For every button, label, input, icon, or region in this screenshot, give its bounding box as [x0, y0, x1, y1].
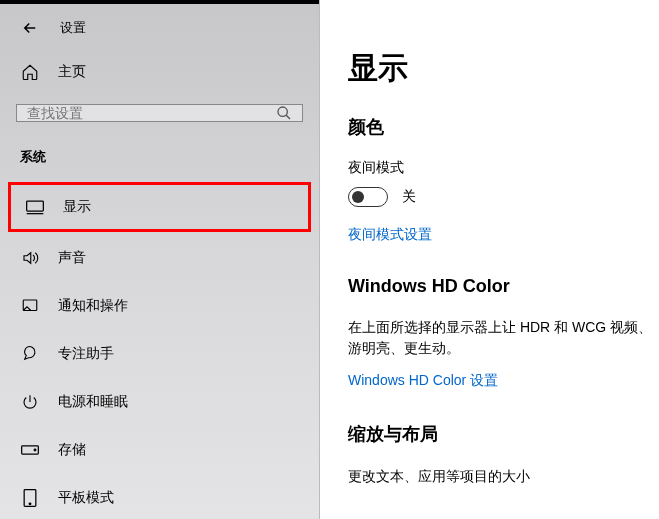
window-top-strip [0, 0, 319, 4]
sidebar-item-storage[interactable]: 存储 [0, 426, 319, 474]
sidebar-item-focus[interactable]: 专注助手 [0, 330, 319, 378]
svg-point-4 [34, 449, 36, 451]
nav-label-sound: 声音 [58, 249, 86, 267]
svg-point-0 [278, 107, 287, 116]
night-light-toggle[interactable] [348, 187, 388, 207]
settings-title: 设置 [60, 19, 86, 37]
arrow-left-icon [21, 19, 39, 37]
home-label: 主页 [58, 63, 86, 81]
hd-color-desc: 在上面所选择的显示器上让 HDR 和 WCG 视频、游明亮、更生动。 [348, 317, 659, 359]
sound-icon [20, 248, 40, 268]
notifications-icon [20, 296, 40, 316]
nav-label-display: 显示 [63, 198, 91, 216]
sidebar-item-display[interactable]: 显示 [8, 182, 311, 232]
search-box[interactable] [16, 104, 303, 122]
sidebar-item-notifications[interactable]: 通知和操作 [0, 282, 319, 330]
tablet-icon [20, 488, 40, 508]
scale-title: 缩放与布局 [348, 422, 659, 446]
focus-icon [20, 344, 40, 364]
page-title: 显示 [348, 48, 659, 89]
sidebar-item-sound[interactable]: 声音 [0, 234, 319, 282]
sidebar-item-tablet[interactable]: 平板模式 [0, 474, 319, 519]
home-nav[interactable]: 主页 [0, 52, 319, 92]
night-light-state: 关 [402, 188, 416, 206]
color-section-title: 颜色 [348, 115, 659, 139]
search-icon [276, 105, 292, 121]
nav-label-notifications: 通知和操作 [58, 297, 128, 315]
power-icon [20, 392, 40, 412]
search-input[interactable] [27, 105, 276, 121]
hd-color-title: Windows HD Color [348, 276, 659, 297]
svg-rect-1 [27, 201, 44, 211]
home-icon [20, 62, 40, 82]
sidebar-item-power[interactable]: 电源和睡眠 [0, 378, 319, 426]
storage-icon [20, 440, 40, 460]
header: 设置 [0, 0, 319, 52]
section-label: 系统 [0, 142, 319, 180]
main-content: 显示 颜色 夜间模式 关 夜间模式设置 Windows HD Color 在上面… [320, 0, 659, 519]
nav-label-power: 电源和睡眠 [58, 393, 128, 411]
display-icon [25, 197, 45, 217]
sidebar: 设置 主页 系统 显示 声音 [0, 0, 320, 519]
nav-label-focus: 专注助手 [58, 345, 114, 363]
nav-label-tablet: 平板模式 [58, 489, 114, 507]
svg-point-6 [29, 503, 31, 505]
toggle-knob [352, 191, 364, 203]
back-button[interactable] [20, 18, 40, 38]
night-light-label: 夜间模式 [348, 159, 659, 177]
scale-desc: 更改文本、应用等项目的大小 [348, 466, 659, 487]
night-light-settings-link[interactable]: 夜间模式设置 [348, 226, 432, 244]
nav-label-storage: 存储 [58, 441, 86, 459]
hd-color-settings-link[interactable]: Windows HD Color 设置 [348, 372, 498, 390]
